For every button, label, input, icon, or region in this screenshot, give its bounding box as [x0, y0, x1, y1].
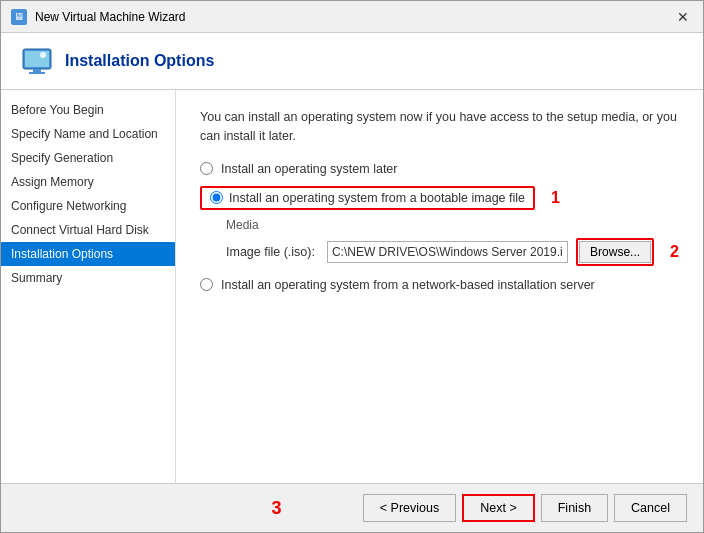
- sidebar-item-specify-generation[interactable]: Specify Generation: [1, 146, 175, 170]
- title-bar: 🖥 New Virtual Machine Wizard ✕: [1, 1, 703, 33]
- sidebar-item-installation-options[interactable]: Installation Options: [1, 242, 175, 266]
- header-icon: [21, 45, 53, 77]
- annotation-1: 1: [551, 189, 560, 207]
- annotation-2: 2: [670, 243, 679, 261]
- wizard-window: 🖥 New Virtual Machine Wizard ✕ Installat…: [0, 0, 704, 533]
- image-file-input[interactable]: [327, 241, 568, 263]
- sidebar-item-configure-networking[interactable]: Configure Networking: [1, 194, 175, 218]
- radio-bootable-image[interactable]: [210, 191, 223, 204]
- footer-buttons: < Previous Next > Finish Cancel: [363, 494, 687, 522]
- sidebar-item-assign-memory[interactable]: Assign Memory: [1, 170, 175, 194]
- label-network-install[interactable]: Install an operating system from a netwo…: [221, 278, 595, 292]
- browse-button-wrapper: Browse...: [576, 238, 654, 266]
- radio-network-install[interactable]: [200, 278, 213, 291]
- svg-rect-3: [29, 72, 45, 74]
- option-network-install-row: Install an operating system from a netwo…: [200, 278, 679, 292]
- sidebar-item-connect-vhd[interactable]: Connect Virtual Hard Disk: [1, 218, 175, 242]
- main-content: You can install an operating system now …: [176, 90, 703, 483]
- title-bar-left: 🖥 New Virtual Machine Wizard: [11, 9, 186, 25]
- window-icon: 🖥: [11, 9, 27, 25]
- page-header: Installation Options: [1, 33, 703, 90]
- sidebar-item-specify-name[interactable]: Specify Name and Location: [1, 122, 175, 146]
- option-bootable-image-highlight: Install an operating system from a boota…: [200, 186, 535, 210]
- image-file-label: Image file (.iso):: [226, 245, 315, 259]
- media-section: Media Image file (.iso): Browse... 2: [226, 218, 679, 266]
- finish-button[interactable]: Finish: [541, 494, 608, 522]
- option-install-later-row: Install an operating system later: [200, 162, 679, 176]
- image-file-row: Image file (.iso): Browse... 2: [226, 238, 679, 266]
- media-label: Media: [226, 218, 679, 232]
- label-bootable-image[interactable]: Install an operating system from a boota…: [229, 191, 525, 205]
- sidebar-item-summary[interactable]: Summary: [1, 266, 175, 290]
- label-install-later[interactable]: Install an operating system later: [221, 162, 397, 176]
- cancel-button[interactable]: Cancel: [614, 494, 687, 522]
- page-title: Installation Options: [65, 52, 214, 70]
- window-title: New Virtual Machine Wizard: [35, 10, 186, 24]
- next-button[interactable]: Next >: [462, 494, 534, 522]
- previous-button[interactable]: < Previous: [363, 494, 456, 522]
- content-area: Before You Begin Specify Name and Locati…: [1, 90, 703, 483]
- browse-button[interactable]: Browse...: [579, 241, 651, 263]
- sidebar-item-before-you-begin[interactable]: Before You Begin: [1, 98, 175, 122]
- svg-rect-2: [33, 69, 41, 72]
- footer: 3 < Previous Next > Finish Cancel: [1, 483, 703, 532]
- intro-text: You can install an operating system now …: [200, 108, 679, 146]
- close-button[interactable]: ✕: [673, 7, 693, 27]
- svg-point-4: [40, 52, 46, 58]
- radio-install-later[interactable]: [200, 162, 213, 175]
- sidebar: Before You Begin Specify Name and Locati…: [1, 90, 176, 483]
- annotation-3: 3: [190, 498, 363, 519]
